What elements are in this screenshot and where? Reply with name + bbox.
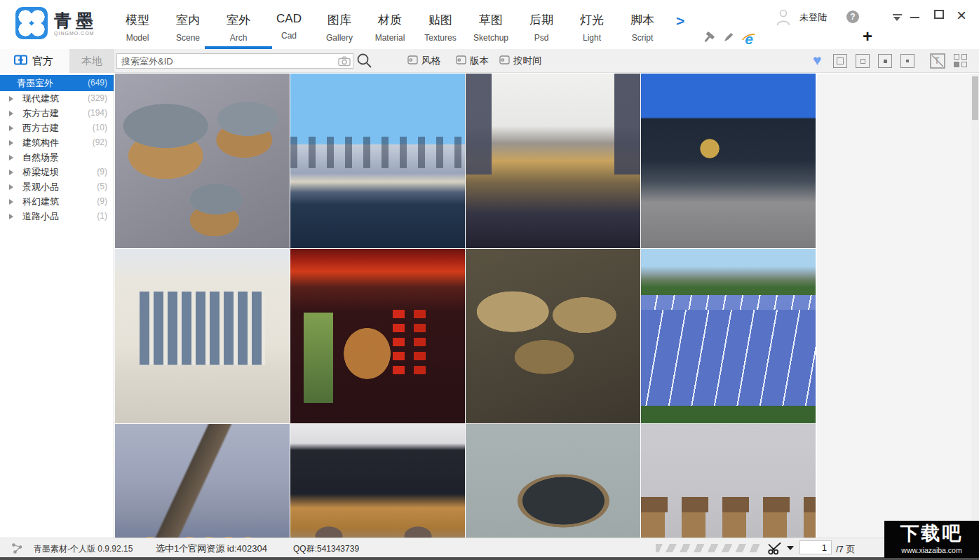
sidebar-item-road-pieces[interactable]: 道路小品(1) xyxy=(0,209,114,224)
tag-icon xyxy=(407,55,418,67)
grid-thumbnail[interactable] xyxy=(115,74,290,248)
search-icon[interactable] xyxy=(356,53,372,71)
collapse-icon[interactable] xyxy=(892,14,902,21)
share-icon xyxy=(11,542,23,556)
tab-arch[interactable]: 室外Arch xyxy=(213,0,264,49)
expand-triangle-icon[interactable] xyxy=(9,111,13,116)
qingmo-logo-icon xyxy=(15,7,48,39)
sidebar-item-bridges-dams[interactable]: 桥梁堤坝(9) xyxy=(0,165,114,179)
link-icon xyxy=(14,55,27,68)
tag-icon xyxy=(456,55,466,67)
tab-light[interactable]: 灯光Light xyxy=(567,0,617,49)
grid-thumbnail[interactable] xyxy=(290,424,465,538)
qq-group-label: QQ群:541343739 xyxy=(293,543,359,555)
app-logo: 青墨 QINGMO.COM xyxy=(15,7,97,39)
thumb-size-m-button[interactable] xyxy=(878,54,892,68)
grid-thumbnail[interactable] xyxy=(290,74,465,248)
filter-version-button[interactable]: 版本 xyxy=(456,55,489,67)
grid-thumbnail[interactable] xyxy=(641,249,816,423)
scissors-icon[interactable] xyxy=(767,542,783,557)
filter-style-button[interactable]: 风格 xyxy=(407,55,440,67)
help-icon[interactable]: ? xyxy=(846,11,859,23)
expand-triangle-icon[interactable] xyxy=(9,214,13,219)
maximize-button[interactable] xyxy=(934,10,944,19)
thumb-size-s-button[interactable] xyxy=(900,54,914,68)
sidebar-item-natural-scene[interactable]: 自然场景 xyxy=(0,150,114,165)
tab-material[interactable]: 材质Material xyxy=(365,0,415,49)
user-avatar-icon[interactable] xyxy=(776,8,791,29)
expand-triangle-icon[interactable] xyxy=(9,96,13,102)
tab-gallery[interactable]: 图库Gallery xyxy=(314,0,365,49)
expand-triangle-icon[interactable] xyxy=(9,199,13,205)
vertical-scrollbar[interactable] xyxy=(971,74,979,538)
close-button[interactable]: × xyxy=(957,6,966,25)
app-version-label: 青墨素材-个人版 0.9.92.15 xyxy=(34,543,133,555)
grid-thumbnail[interactable] xyxy=(641,424,816,538)
grid-empty-area xyxy=(817,74,971,538)
chevron-down-icon[interactable] xyxy=(787,546,794,550)
sidebar-item-landscape-pieces[interactable]: 景观小品(5) xyxy=(0,179,114,194)
tab-sketchup[interactable]: 草图Sketchup xyxy=(466,0,516,49)
thumbnail-size-slider[interactable] xyxy=(656,544,759,552)
pencil-icon[interactable] xyxy=(722,32,734,47)
main-nav: 模型Model 室内Scene 室外Arch CADCad 图库Gallery … xyxy=(112,0,668,49)
grid-thumbnail[interactable] xyxy=(115,424,290,538)
grid-thumbnail[interactable] xyxy=(466,249,640,423)
watermark-url: www.xiazaiba.com xyxy=(884,546,979,554)
source-tab-local[interactable]: 本地 xyxy=(69,49,114,73)
tab-cad[interactable]: CADCad xyxy=(264,0,314,49)
hammer-icon[interactable] xyxy=(701,31,715,48)
grid-view-icon[interactable] xyxy=(954,54,968,68)
page-number-input[interactable] xyxy=(799,540,832,554)
grid-thumbnail[interactable] xyxy=(466,74,640,248)
nav-more-arrow[interactable]: > xyxy=(676,13,684,29)
toolbar: 官方 本地 风格 版本 按时间 ♥ T xyxy=(0,49,979,73)
scrollbar-thumb[interactable] xyxy=(972,76,978,120)
tab-scene[interactable]: 室内Scene xyxy=(163,0,213,49)
sidebar-item-eastern-ancient[interactable]: 东方古建(194) xyxy=(0,106,114,121)
grid-thumbnail[interactable] xyxy=(466,424,640,538)
expand-triangle-icon[interactable] xyxy=(9,125,13,131)
search-box xyxy=(116,53,353,69)
favorites-heart-icon[interactable]: ♥ xyxy=(813,52,821,69)
sidebar-item-scifi-arch[interactable]: 科幻建筑(9) xyxy=(0,194,114,209)
app-name: 青墨 xyxy=(54,11,97,29)
tab-model[interactable]: 模型Model xyxy=(112,0,163,49)
tag-icon xyxy=(499,55,510,67)
window-bottom-edge xyxy=(0,557,979,560)
ie-browser-icon[interactable]: e xyxy=(741,32,757,47)
minimize-button[interactable] xyxy=(910,17,919,18)
source-tab-official[interactable]: 官方 xyxy=(0,49,69,73)
expand-triangle-icon[interactable] xyxy=(9,155,13,161)
tab-psd[interactable]: 后期Psd xyxy=(516,0,567,49)
xiazaiba-watermark: 下载吧 www.xiazaiba.com xyxy=(884,521,979,558)
app-domain: QINGMO.COM xyxy=(54,31,97,36)
login-status[interactable]: 未登陆 xyxy=(799,11,827,24)
grid-thumbnail[interactable] xyxy=(290,249,465,423)
page-total-label: /7 页 xyxy=(836,543,855,556)
watermark-title: 下载吧 xyxy=(884,521,979,546)
tab-script[interactable]: 脚本Script xyxy=(617,0,668,49)
thumb-size-xl-button[interactable] xyxy=(833,54,847,68)
asset-grid xyxy=(115,74,816,538)
titlebar: 青墨 QINGMO.COM 模型Model 室内Scene 室外Arch CAD… xyxy=(0,0,979,49)
expand-triangle-icon[interactable] xyxy=(9,170,13,175)
image-search-icon[interactable] xyxy=(336,56,353,67)
sidebar-item-building-parts[interactable]: 建筑构件(92) xyxy=(0,135,114,150)
statusbar: 青墨素材-个人版 0.9.92.15 选中1个官网资源 id:402304 QQ… xyxy=(0,538,979,557)
sidebar-item-qingmo-arch[interactable]: 青墨室外(649) xyxy=(0,75,114,91)
category-sidebar: 青墨室外(649) 现代建筑(329) 东方古建(194) 西方古建(10) 建… xyxy=(0,74,114,538)
expand-triangle-icon[interactable] xyxy=(9,140,13,146)
sidebar-item-modern-arch[interactable]: 现代建筑(329) xyxy=(0,91,114,106)
selection-info: 选中1个官网资源 id:402304 xyxy=(156,542,267,555)
filter-time-button[interactable]: 按时间 xyxy=(499,55,542,67)
search-input[interactable] xyxy=(117,56,336,67)
grid-thumbnail[interactable] xyxy=(641,74,816,248)
thumb-size-l-button[interactable] xyxy=(856,54,870,68)
text-label-toggle-icon[interactable]: T xyxy=(930,53,945,71)
grid-thumbnail[interactable] xyxy=(115,249,290,423)
tab-textures[interactable]: 贴图Textures xyxy=(415,0,466,49)
add-tab-button[interactable]: + xyxy=(863,27,872,46)
sidebar-item-western-ancient[interactable]: 西方古建(10) xyxy=(0,121,114,135)
expand-triangle-icon[interactable] xyxy=(9,184,13,190)
